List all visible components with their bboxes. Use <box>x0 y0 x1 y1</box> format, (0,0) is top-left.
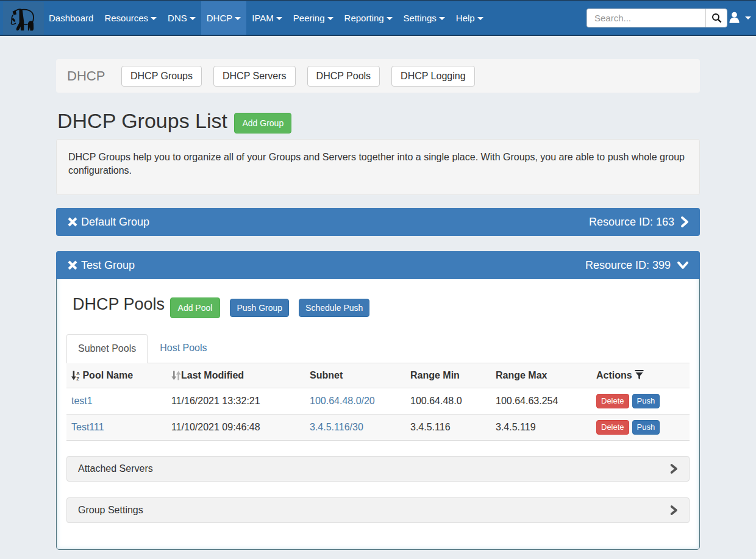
svg-text:Z: Z <box>76 376 79 381</box>
